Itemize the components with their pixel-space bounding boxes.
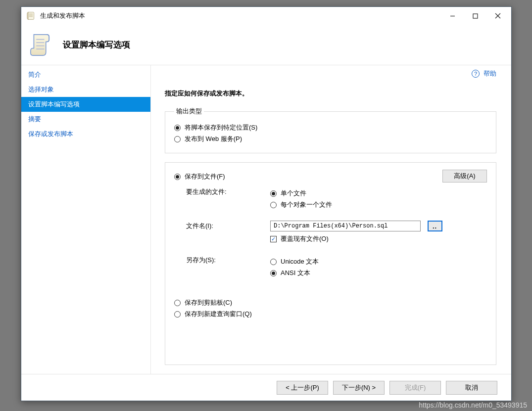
wizard-footer: < 上一步(P) 下一步(N) > 完成(F) 取消	[21, 374, 511, 401]
radio-unicode[interactable]	[270, 259, 277, 265]
titlebar: 生成和发布脚本	[21, 7, 511, 25]
checkbox-overwrite-label: 覆盖现有文件(O)	[281, 234, 329, 243]
radio-save-new-query-label: 保存到新建查询窗口(Q)	[185, 310, 252, 319]
svg-rect-4	[473, 14, 478, 18]
detail-box: 保存到文件(F) 高级(A) 要生成的文件: 单个文件	[165, 162, 496, 365]
filename-label: 文件名(I):	[186, 221, 270, 230]
help-icon: ?	[472, 70, 480, 78]
wizard-window: 生成和发布脚本	[21, 6, 512, 401]
sidebar-item-choose-objects[interactable]: 选择对象	[21, 82, 150, 97]
help-link[interactable]: ? 帮助	[472, 69, 496, 78]
finish-button: 完成(F)	[389, 381, 441, 395]
app-icon	[26, 11, 36, 21]
radio-ansi[interactable]	[270, 270, 277, 276]
watermark: https://blog.csdn.net/m0_53493915	[419, 401, 527, 409]
radio-unicode-label: Unicode 文本	[281, 257, 319, 266]
radio-publish-web-label: 发布到 Web 服务(P)	[185, 135, 242, 143]
header: 设置脚本编写选项	[21, 25, 511, 65]
radio-save-clipboard[interactable]	[174, 300, 181, 306]
radio-save-specific[interactable]	[174, 125, 181, 131]
radio-single-file-label: 单个文件	[281, 189, 306, 198]
window-title: 生成和发布脚本	[40, 11, 441, 20]
radio-per-object-label: 每个对象一个文件	[281, 200, 332, 209]
radio-save-clipboard-label: 保存到剪贴板(C)	[185, 298, 232, 307]
files-to-generate-label: 要生成的文件:	[186, 186, 270, 196]
content-pane: ? 帮助 指定应如何保存或发布脚本。 输出类型 将脚本保存到特定位置(S) 发布…	[151, 65, 511, 374]
next-button[interactable]: 下一步(N) >	[333, 381, 385, 395]
radio-publish-web[interactable]	[174, 136, 181, 142]
advanced-button[interactable]: 高级(A)	[442, 170, 487, 183]
browse-button[interactable]: ..	[428, 221, 442, 231]
filename-input[interactable]	[270, 221, 421, 231]
save-as-label: 另存为(S):	[186, 255, 270, 265]
radio-ansi-label: ANSI 文本	[281, 269, 310, 277]
page-title: 设置脚本编写选项	[63, 39, 130, 50]
checkbox-overwrite[interactable]	[270, 236, 277, 242]
radio-per-object[interactable]	[270, 202, 277, 208]
radio-single-file[interactable]	[270, 190, 277, 197]
sidebar-item-save-publish[interactable]: 保存或发布脚本	[21, 127, 150, 141]
body: 简介 选择对象 设置脚本编写选项 摘要 保存或发布脚本 ? 帮助 指定应如何保存…	[21, 65, 511, 374]
maximize-button[interactable]	[464, 8, 486, 23]
help-label: 帮助	[484, 69, 496, 78]
close-button[interactable]	[486, 8, 509, 23]
instruction-text: 指定应如何保存或发布脚本。	[165, 89, 496, 98]
output-type-legend: 输出类型	[174, 107, 204, 116]
output-type-group: 输出类型 将脚本保存到特定位置(S) 发布到 Web 服务(P)	[165, 107, 496, 153]
radio-save-new-query[interactable]	[174, 311, 181, 318]
minimize-button[interactable]	[441, 8, 464, 23]
wizard-sidebar: 简介 选择对象 设置脚本编写选项 摘要 保存或发布脚本	[21, 65, 151, 374]
sidebar-item-summary[interactable]: 摘要	[21, 112, 150, 127]
prev-button[interactable]: < 上一步(P)	[277, 381, 328, 395]
cancel-button[interactable]: 取消	[446, 381, 497, 395]
sidebar-item-intro[interactable]: 简介	[21, 67, 150, 82]
radio-save-specific-label: 将脚本保存到特定位置(S)	[185, 123, 257, 132]
script-scroll-icon	[28, 31, 54, 59]
radio-save-to-file[interactable]	[174, 174, 181, 180]
radio-save-to-file-label: 保存到文件(F)	[185, 172, 225, 181]
sidebar-item-scripting-options[interactable]: 设置脚本编写选项	[21, 97, 150, 112]
